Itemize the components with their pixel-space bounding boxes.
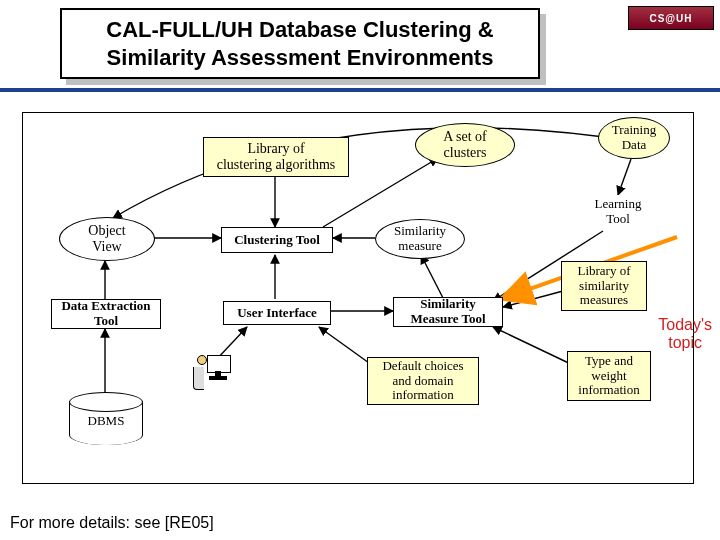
type-weight-l1: Type and bbox=[578, 354, 639, 369]
lib-sim-l2: similarity bbox=[577, 279, 630, 294]
user-at-computer-icon bbox=[191, 349, 235, 393]
svg-line-2 bbox=[618, 159, 631, 195]
svg-line-14 bbox=[493, 327, 577, 367]
sim-measure-l2: measure bbox=[394, 239, 446, 254]
user-interface-label: User Interface bbox=[237, 306, 317, 321]
training-l1: Training bbox=[612, 123, 656, 138]
node-dbms: DBMS bbox=[69, 401, 143, 445]
default-l3: information bbox=[382, 388, 463, 403]
todays-topic-callout: Today's topic bbox=[658, 316, 712, 353]
header-rule bbox=[0, 88, 720, 92]
node-clustering-tool: Clustering Tool bbox=[221, 227, 333, 253]
data-extraction-l2: Tool bbox=[61, 314, 150, 329]
lib-sim-l3: measures bbox=[577, 293, 630, 308]
diagram-frame: Library of clustering algorithms A set o… bbox=[22, 112, 694, 484]
node-data-extraction-tool: Data Extraction Tool bbox=[51, 299, 161, 329]
default-l1: Default choices bbox=[382, 359, 463, 374]
footer-note: For more details: see [RE05] bbox=[10, 514, 214, 532]
training-l2: Data bbox=[612, 138, 656, 153]
object-view-l2: View bbox=[88, 239, 125, 255]
node-similarity-measure-tool: Similarity Measure Tool bbox=[393, 297, 503, 327]
object-view-l1: Object bbox=[88, 223, 125, 239]
node-user-interface: User Interface bbox=[223, 301, 331, 325]
lib-cluster-l2: clustering algorithms bbox=[217, 157, 336, 173]
title-line2: Similarity Assessment Environments bbox=[80, 44, 520, 72]
node-training-data: Training Data bbox=[598, 117, 670, 159]
sim-measure-tool-l1: Similarity bbox=[410, 297, 485, 312]
set-clusters-l1: A set of bbox=[443, 129, 487, 145]
lib-cluster-l1: Library of bbox=[217, 141, 336, 157]
sim-measure-l1: Similarity bbox=[394, 224, 446, 239]
set-clusters-l2: clusters bbox=[443, 145, 487, 161]
data-extraction-l1: Data Extraction bbox=[61, 299, 150, 314]
clustering-tool-label: Clustering Tool bbox=[234, 233, 320, 248]
node-similarity-measure: Similarity measure bbox=[375, 219, 465, 259]
lib-sim-l1: Library of bbox=[577, 264, 630, 279]
title-block: CAL-FULL/UH Database Clustering & Simila… bbox=[60, 8, 540, 79]
node-object-view: Object View bbox=[59, 217, 155, 261]
brand-logo: CS@UH bbox=[628, 6, 714, 30]
node-type-weight-info: Type and weight information bbox=[567, 351, 651, 401]
brand-logo-text: CS@UH bbox=[649, 13, 692, 24]
node-library-similarity-measures: Library of similarity measures bbox=[561, 261, 647, 311]
dbms-label: DBMS bbox=[70, 413, 142, 429]
learning-l1: Learning bbox=[595, 197, 642, 212]
title-line1: CAL-FULL/UH Database Clustering & bbox=[80, 16, 520, 44]
node-default-domain-info: Default choices and domain information bbox=[367, 357, 479, 405]
node-set-of-clusters: A set of clusters bbox=[415, 123, 515, 167]
node-library-clustering-algorithms: Library of clustering algorithms bbox=[203, 137, 349, 177]
page-title: CAL-FULL/UH Database Clustering & Simila… bbox=[60, 8, 540, 79]
learning-l2: Tool bbox=[595, 212, 642, 227]
todays-l1: Today's bbox=[658, 316, 712, 334]
sim-measure-tool-l2: Measure Tool bbox=[410, 312, 485, 327]
type-weight-l2: weight bbox=[578, 369, 639, 384]
type-weight-l3: information bbox=[578, 383, 639, 398]
svg-line-6 bbox=[421, 255, 443, 298]
node-learning-tool: Learning Tool bbox=[581, 195, 655, 229]
footer-text: For more details: see [RE05] bbox=[10, 514, 214, 531]
default-l2: and domain bbox=[382, 374, 463, 389]
todays-l2: topic bbox=[658, 334, 712, 352]
